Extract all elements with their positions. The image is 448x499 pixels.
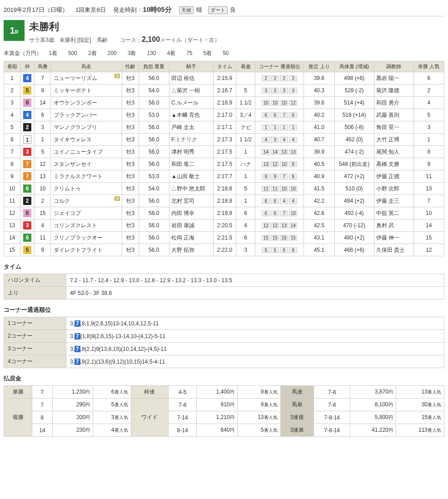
fukusho-yen: 200円 — [52, 411, 93, 424]
cell-name[interactable]: コルクB — [51, 195, 122, 207]
cell-margin: 1 — [236, 170, 255, 183]
cell-time: 2:17.3 — [213, 134, 236, 146]
cell-time: 2:18.8 — [213, 195, 236, 207]
cell-jockey[interactable]: 津村 明秀 — [169, 146, 213, 158]
cell-time: 2:22.0 — [213, 244, 236, 256]
cell-jockey[interactable]: 戸崎 圭太 — [169, 121, 213, 134]
cell-weight: 56.0 — [139, 195, 169, 207]
cell-name[interactable]: ユイノニュータイプ — [51, 146, 122, 158]
cell-jockey[interactable]: 和田 竜二 — [169, 158, 213, 170]
cell-last: 41.0 — [304, 121, 334, 134]
cell-jockey[interactable]: 岩田 康誠 — [169, 220, 213, 232]
cell-trainer[interactable]: 奥村 武 — [374, 220, 413, 232]
cell-num: 4 — [35, 220, 51, 232]
table-row: 5 2 3 マンノグランプリ 牡3 56.0 戸崎 圭太 2:17.1 クビ 1… — [4, 121, 444, 134]
wide-combo: 7-14 — [169, 411, 197, 424]
col-time: タイム — [213, 61, 236, 72]
cell-name[interactable]: クリノブラックオー — [51, 232, 122, 244]
cell-bweight: 466 (+6) — [334, 244, 374, 256]
table-row: 14 6 11 クリノブラックオー 牡3 56.0 松岡 正海 2:21.5 6… — [4, 232, 444, 244]
cell-trainer[interactable]: 中舘 英二 — [374, 207, 413, 220]
cell-margin: 3／4 — [236, 109, 255, 121]
cell-bweight: 514 (+4) — [334, 97, 374, 109]
table-row: 13 3 4 コリンズクレスト 牡3 56.0 岩田 康誠 2:20.5 4 1… — [4, 220, 444, 232]
cell-corner: 66710 — [255, 207, 304, 220]
cell-name[interactable]: ブラックアンバー — [51, 109, 122, 121]
cell-jockey[interactable]: △菊沢 一樹 — [169, 85, 213, 97]
weather: 晴 — [196, 6, 202, 13]
cell-trainer[interactable]: 小野 次郎 — [374, 183, 413, 195]
umatan-combo: 7-8 — [314, 399, 350, 411]
cell-name[interactable]: ジェイコブ — [51, 207, 122, 220]
table-row: 9 7 13 ミラクルスクワート 牡3 53.0 ▲山田 敬士 2:17.7 1… — [4, 170, 444, 183]
cell-sexage: 牡3 — [122, 232, 139, 244]
cell-trainer[interactable]: 伊藤 伸一 — [374, 232, 413, 244]
cell-trainer[interactable]: 菊沢 隆徳 — [374, 85, 413, 97]
cell-name[interactable]: オウケンランボー — [51, 97, 122, 109]
cell-bweight: 472 (+2) — [334, 170, 374, 183]
cell-bweight: 474 (-2) — [334, 146, 374, 158]
cell-trainer[interactable]: 大竹 正博 — [374, 134, 413, 146]
cell-bweight: 492 (-4) — [334, 207, 374, 220]
cell-margin: ハナ — [236, 158, 255, 170]
cell-name[interactable]: ダイレクトフライト — [51, 244, 122, 256]
cell-sexage: 牡3 — [122, 244, 139, 256]
col-jockey: 騎手 — [169, 61, 213, 72]
cell-num: 15 — [35, 207, 51, 220]
payout-umatan-label: 馬単 — [280, 399, 314, 411]
wide-yen: 1,210円 — [197, 411, 237, 424]
cell-jockey[interactable]: ▲山田 敬士 — [169, 170, 213, 183]
cell-jockey[interactable]: F.ミナリク — [169, 134, 213, 146]
cell-trainer[interactable]: 伊藤 圭三 — [374, 195, 413, 207]
cell-num: 9 — [35, 244, 51, 256]
cell-corner: 1111 — [255, 121, 304, 134]
cell-pop: 9 — [413, 158, 444, 170]
cell-trainer[interactable]: 角田 晃一 — [374, 121, 413, 134]
cell-trainer[interactable]: 伊藤 正徳 — [374, 170, 413, 183]
cell-name[interactable]: スタンサンセイ — [51, 158, 122, 170]
cell-jockey[interactable]: 大野 拓弥 — [169, 244, 213, 256]
cell-trainer[interactable]: 久保田 貴士 — [374, 244, 413, 256]
cell-jockey[interactable]: 田辺 裕信 — [169, 72, 213, 85]
cell-name[interactable]: ニューツーリズムB — [51, 72, 122, 85]
cell-num: 7 — [35, 72, 51, 85]
cell-weight: 56.0 — [139, 134, 169, 146]
cell-waku: 5 — [20, 244, 35, 256]
cell-weight: 54.0 — [139, 183, 169, 195]
cell-jockey[interactable]: 松岡 正海 — [169, 232, 213, 244]
cell-jockey[interactable]: 北村 宏司 — [169, 195, 213, 207]
wide-pop: 5番人気 — [237, 424, 280, 437]
corner-label: 2コーナー — [4, 330, 66, 343]
col-name: 馬名 — [51, 61, 122, 72]
cell-trainer[interactable]: 黒岩 陽一 — [374, 72, 413, 85]
cell-name[interactable]: コリンズクレスト — [51, 220, 122, 232]
col-last: 推定 上り — [304, 61, 334, 72]
weather-label: 天候 — [179, 6, 194, 14]
race-header: 1R 未勝利 サラ系3歳 未勝利 [指定] 馬齢 コース：2,100メートル（ダ… — [4, 16, 444, 48]
cell-name[interactable]: マンノグランプリ — [51, 121, 122, 134]
cell-name[interactable]: ミラクルスクワート — [51, 170, 122, 183]
cell-jockey[interactable]: C.ルメール — [169, 97, 213, 109]
cell-trainer[interactable]: 和田 勇介 — [374, 97, 413, 109]
cell-waku: 3 — [20, 220, 35, 232]
cell-jockey[interactable]: △野中 悠太郎 — [169, 183, 213, 195]
cell-name[interactable]: タイキウォレス — [51, 134, 122, 146]
furlong-value: 7.2 - 11.7 - 12.4 - 12.9 - 13.0 - 12.8 -… — [66, 274, 444, 287]
cell-margin: 1 — [236, 146, 255, 158]
corner-label: 4コーナー — [4, 355, 66, 368]
payout-section-title: 払戻金 — [4, 374, 444, 383]
cell-num: 14 — [35, 97, 51, 109]
cell-last: 40.3 — [304, 85, 334, 97]
cell-sexage: 牡3 — [122, 134, 139, 146]
cell-time: 2:18.6 — [213, 183, 236, 195]
col-pop: 単勝 人気 — [413, 61, 444, 72]
cell-pop: 13 — [413, 183, 444, 195]
cell-trainer[interactable]: 高橋 文雅 — [374, 158, 413, 170]
cell-jockey[interactable]: 内田 博幸 — [169, 207, 213, 220]
cell-bweight: 518 (+14) — [334, 109, 374, 121]
cell-jockey[interactable]: ▲木幡 育也 — [169, 109, 213, 121]
cell-name[interactable]: ミッキーポテト — [51, 85, 122, 97]
cell-trainer[interactable]: 尾関 知人 — [374, 146, 413, 158]
cell-trainer[interactable]: 武藤 善則 — [374, 109, 413, 121]
cell-name[interactable]: クリムトゥ — [51, 183, 122, 195]
